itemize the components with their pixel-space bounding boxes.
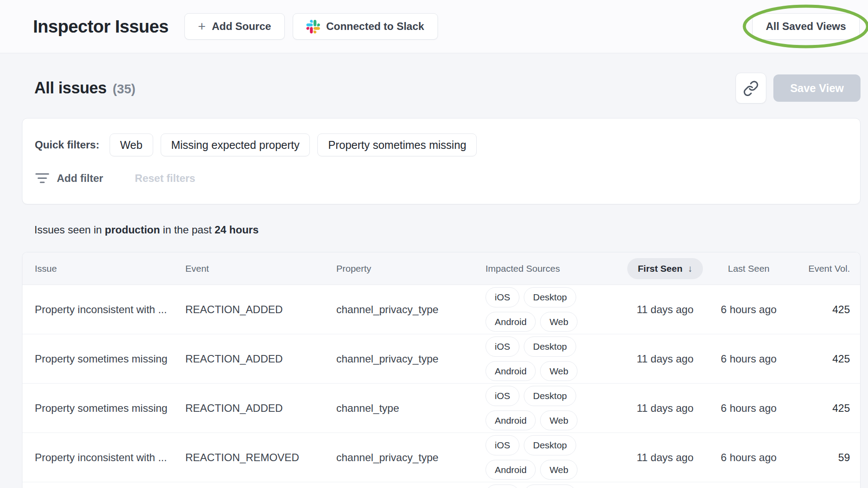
save-view-button[interactable]: Save View <box>773 74 861 102</box>
column-header-last-seen[interactable]: Last Seen <box>728 263 770 274</box>
first-seen-cell: 11 days ago <box>637 353 694 365</box>
top-bar: Inspector Issues + Add Source Connected … <box>0 0 868 53</box>
add-filter-button[interactable]: Add filter <box>35 169 107 188</box>
first-seen-sort-pill[interactable]: First Seen ↓ <box>627 258 703 279</box>
quick-filters-row: Quick filters: Web Missing expected prop… <box>35 133 848 156</box>
issues-table: Issue Event Property Impacted Sources Fi… <box>22 252 861 488</box>
sources-cell: iOS Desktop Android Web <box>485 386 618 430</box>
event-vol-cell: 425 <box>832 303 850 316</box>
source-chip-web: Web <box>540 460 577 480</box>
property-cell: channel_privacy_type <box>336 353 485 365</box>
column-header-event[interactable]: Event <box>185 263 336 274</box>
copy-link-button[interactable] <box>736 73 766 104</box>
source-chip-desktop: Desktop <box>524 435 576 455</box>
table-row-partial[interactable]: iOS Desktop Android <box>22 482 860 488</box>
issue-cell: Property inconsistent with ... <box>35 303 185 316</box>
first-seen-cell: 11 days ago <box>637 451 694 464</box>
source-chip-desktop: Desktop <box>524 386 576 406</box>
source-chip-ios: iOS <box>485 484 519 488</box>
table-row[interactable]: Property sometimes missing REACTION_ADDE… <box>22 384 860 433</box>
scope-line: Issues seen in production in the past 24… <box>34 224 861 236</box>
link-icon <box>743 80 759 96</box>
sources-cell: iOS Desktop Android <box>485 484 618 488</box>
view-header: All issues (35) Save View <box>22 73 861 104</box>
source-chip-desktop: Desktop <box>524 287 576 307</box>
reset-filters-button[interactable]: Reset filters <box>135 172 195 185</box>
sort-descending-arrow-icon: ↓ <box>688 263 693 274</box>
main-content: All issues (35) Save View Quick filters: <box>0 73 868 488</box>
event-cell: REACTION_ADDED <box>185 353 336 365</box>
scope-range: 24 hours <box>214 224 258 236</box>
source-chip-ios: iOS <box>485 435 519 455</box>
all-saved-views-label: All Saved Views <box>766 20 846 33</box>
event-vol-cell: 59 <box>838 451 850 464</box>
quick-filter-property-sometimes-missing[interactable]: Property sometimes missing <box>317 133 477 156</box>
issue-cell: Property inconsistent with ... <box>35 451 185 464</box>
event-cell: REACTION_ADDED <box>185 402 336 414</box>
add-source-button[interactable]: + Add Source <box>184 13 285 40</box>
slack-button-label: Connected to Slack <box>326 20 424 33</box>
source-chip-ios: iOS <box>485 386 519 406</box>
column-header-first-seen[interactable]: First Seen ↓ <box>627 258 703 279</box>
column-header-property[interactable]: Property <box>336 263 485 274</box>
last-seen-cell: 6 hours ago <box>721 451 777 464</box>
quick-filters-label: Quick filters: <box>35 139 99 151</box>
last-seen-cell: 6 hours ago <box>721 402 777 414</box>
first-seen-cell: 11 days ago <box>637 402 694 414</box>
view-actions: Save View <box>736 73 861 104</box>
first-seen-label: First Seen <box>638 263 683 274</box>
first-seen-cell: 11 days ago <box>637 303 694 316</box>
sources-cell: iOS Desktop Android Web <box>485 287 618 332</box>
add-source-label: Add Source <box>212 20 271 33</box>
quick-filter-web[interactable]: Web <box>110 133 153 156</box>
column-header-issue[interactable]: Issue <box>35 263 185 274</box>
table-row[interactable]: Property inconsistent with ... REACTION_… <box>22 285 860 334</box>
sources-cell: iOS Desktop Android Web <box>485 336 618 381</box>
view-title-group: All issues (35) <box>34 79 136 97</box>
slack-logo-icon <box>306 20 320 33</box>
source-chip-android: Android <box>485 410 536 430</box>
last-seen-cell: 6 hours ago <box>721 303 777 316</box>
plus-icon: + <box>198 20 206 33</box>
quick-filter-missing-expected-property[interactable]: Missing expected property <box>161 133 310 156</box>
event-vol-cell: 425 <box>832 353 850 365</box>
column-header-event-vol[interactable]: Event Vol. <box>808 263 850 274</box>
save-view-label: Save View <box>790 82 844 95</box>
issue-cell: Property sometimes missing <box>35 353 185 365</box>
source-chip-web: Web <box>540 410 577 430</box>
filter-funnel-icon <box>35 172 50 185</box>
connected-to-slack-button[interactable]: Connected to Slack <box>293 13 438 40</box>
table-row[interactable]: Property sometimes missing REACTION_ADDE… <box>22 334 860 384</box>
event-cell: REACTION_ADDED <box>185 303 336 316</box>
page-title: Inspector Issues <box>33 17 169 37</box>
filters-actions-row: Add filter Reset filters <box>35 169 848 188</box>
source-chip-desktop: Desktop <box>524 484 576 488</box>
add-filter-label: Add filter <box>57 172 103 185</box>
event-cell: REACTION_REMOVED <box>185 451 336 464</box>
sources-cell: iOS Desktop Android Web <box>485 435 618 480</box>
inspector-issues-page: Inspector Issues + Add Source Connected … <box>0 0 868 488</box>
table-header-row: Issue Event Property Impacted Sources Fi… <box>22 252 860 285</box>
issue-count-badge: (35) <box>113 82 136 96</box>
source-chip-android: Android <box>485 312 536 332</box>
issue-cell: Property sometimes missing <box>35 402 185 414</box>
property-cell: channel_privacy_type <box>336 303 485 316</box>
scope-environment: production <box>105 224 160 236</box>
property-cell: channel_privacy_type <box>336 451 485 464</box>
source-chip-ios: iOS <box>485 287 519 307</box>
column-header-impacted-sources[interactable]: Impacted Sources <box>485 263 625 274</box>
quick-filters-card: Quick filters: Web Missing expected prop… <box>22 118 861 204</box>
property-cell: channel_type <box>336 402 485 414</box>
all-saved-views-button[interactable]: All Saved Views <box>752 13 860 40</box>
source-chip-ios: iOS <box>485 336 519 356</box>
source-chip-android: Android <box>485 361 536 381</box>
view-title: All issues <box>34 79 107 97</box>
source-chip-android: Android <box>485 460 536 480</box>
saved-views-wrap: All Saved Views <box>752 13 860 40</box>
scope-middle: in the past <box>160 224 214 236</box>
event-vol-cell: 425 <box>832 402 850 414</box>
source-chip-desktop: Desktop <box>524 336 576 356</box>
source-chip-web: Web <box>540 361 577 381</box>
table-row[interactable]: Property inconsistent with ... REACTION_… <box>22 433 860 482</box>
scope-prefix: Issues seen in <box>34 224 105 236</box>
